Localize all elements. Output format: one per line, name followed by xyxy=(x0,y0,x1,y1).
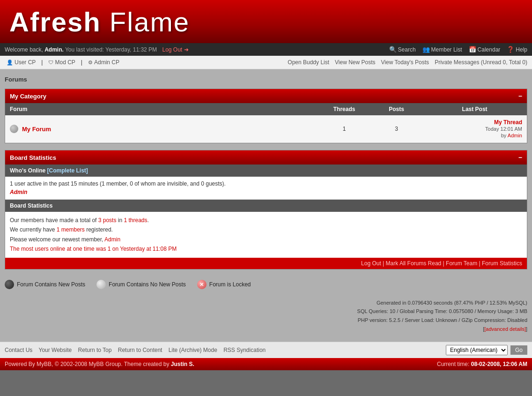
legend-no-new-posts: Forum Contains No New Posts xyxy=(96,280,186,289)
posts-cell: 3 xyxy=(370,115,422,143)
powered-by: Powered By MyBB, © 2002-2008 MyBB Group.… xyxy=(5,361,194,367)
search-link[interactable]: Search xyxy=(389,46,416,53)
current-time-label: Current time: xyxy=(437,361,469,367)
stats-section-title: Board Statistics xyxy=(10,154,56,161)
topbar: Welcome back, Admin. You last visited: Y… xyxy=(0,43,532,56)
new-posts-label: Forum Contains New Posts xyxy=(17,281,85,288)
footer-links: Contact Us Your Website Return to Top Re… xyxy=(5,347,270,353)
logout-arrow: ➜ xyxy=(184,46,189,53)
category-header: My Category − xyxy=(5,89,527,103)
board-statistics-section: Board Statistics − Who's Online [Complet… xyxy=(5,150,527,269)
admincp-icon xyxy=(88,59,93,66)
generation-info: Generated in 0.0796430 seconds (87.47% P… xyxy=(5,297,527,337)
current-time-value: 08-02-2008, 12:06 AM xyxy=(471,361,527,367)
usercp-link[interactable]: User CP xyxy=(5,58,37,67)
newest-member-link[interactable]: Admin xyxy=(104,236,120,243)
whos-online-header: Who's Online [Complete List] xyxy=(5,164,527,177)
stats-logout-link[interactable]: Log Out xyxy=(361,260,381,267)
logout-link[interactable]: Log Out xyxy=(162,46,182,53)
forum-statistics-link[interactable]: Forum Statistics xyxy=(482,260,522,267)
online-user: Admin xyxy=(10,189,522,195)
calendar-label: Calendar xyxy=(478,46,501,53)
go-button[interactable]: Go xyxy=(510,345,527,355)
bottom-bar: Powered By MyBB, © 2002-2008 MyBB Group.… xyxy=(0,358,532,370)
forum-name-link[interactable]: My Forum xyxy=(22,126,51,133)
theme-author-link[interactable]: Justin S. xyxy=(171,361,194,367)
your-website-link[interactable]: Your Website xyxy=(38,347,72,353)
welcome-message: Welcome back, Admin. You last visited: Y… xyxy=(5,46,189,53)
no-new-posts-icon xyxy=(96,280,106,289)
members-icon xyxy=(422,46,430,53)
mark-all-read-link[interactable]: Mark All Forums Read xyxy=(386,260,442,267)
powered-text: Powered By MyBB, © 2002-2008 MyBB Group.… xyxy=(5,361,171,367)
help-link[interactable]: Help xyxy=(507,46,527,53)
forum-table-header: Forum Threads Posts Last Post xyxy=(5,103,527,115)
last-post-link[interactable]: My Thread xyxy=(494,119,522,126)
members-count-link[interactable]: 1 members xyxy=(57,226,85,233)
view-todays-posts-link[interactable]: View Today's Posts xyxy=(381,59,429,66)
forum-team-link[interactable]: Forum Team xyxy=(446,260,477,267)
help-icon xyxy=(507,46,514,53)
language-dropdown[interactable]: English (American) xyxy=(446,345,508,355)
lastpost-cell: My Thread Today 12:01 AM by Admin xyxy=(422,115,527,143)
lite-mode-link[interactable]: Lite (Archive) Mode xyxy=(169,347,217,353)
stats-line-2: We currently have 1 members registered. xyxy=(10,225,522,234)
site-header: Afresh Flame xyxy=(0,0,532,43)
view-new-posts-link[interactable]: View New Posts xyxy=(335,59,375,66)
locked-label: Forum is Locked xyxy=(209,281,251,288)
forum-category-section: My Category − Forum Threads Posts Last P… xyxy=(5,89,527,143)
col-posts: Posts xyxy=(370,103,422,115)
posts-count-link[interactable]: 3 posts xyxy=(98,217,117,224)
forum-table: Forum Threads Posts Last Post My Forum 1 xyxy=(5,103,527,143)
locked-icon xyxy=(197,280,207,289)
main-content: Forums My Category − Forum Threads Posts… xyxy=(0,69,532,342)
stats-line-4: The most users online at one time was 1 … xyxy=(10,244,522,254)
gen-line4: [[advanced details]] xyxy=(5,325,527,334)
last-post-time: Today 12:01 AM xyxy=(485,126,522,132)
title-part1: Afresh xyxy=(9,7,101,37)
whos-online-title: Who's Online xyxy=(10,167,45,174)
online-text: 1 user active in the past 15 minutes (1 … xyxy=(10,180,226,187)
search-label: Search xyxy=(398,46,416,53)
threads-count-link[interactable]: 1 threads xyxy=(124,217,147,224)
admincp-link[interactable]: Admin CP xyxy=(86,58,121,67)
table-row: My Forum 1 3 My Thread Today 12:01 AM by… xyxy=(5,115,527,143)
return-to-top-link[interactable]: Return to Top xyxy=(78,347,112,353)
title-part2: Flame xyxy=(110,7,190,37)
new-posts-icon xyxy=(5,280,14,289)
legend-new-posts: Forum Contains New Posts xyxy=(5,280,85,289)
board-stats-content: Our members have made a total of 3 posts… xyxy=(5,212,527,258)
gen-line3: PHP version: 5.2.5 / Server Load: Unknow… xyxy=(5,316,527,325)
last-visited: You last visited: Yesterday, 11:32 PM xyxy=(65,46,159,53)
advanced-details-link[interactable]: [advanced details] xyxy=(484,326,526,332)
breadcrumb: Forums xyxy=(5,74,527,85)
stats-line-1: Our members have made a total of 3 posts… xyxy=(10,216,522,225)
site-title: Afresh Flame xyxy=(9,6,190,37)
last-post-author-link[interactable]: Admin xyxy=(508,133,522,138)
category-title: My Category xyxy=(10,93,46,100)
stats-footer: Log Out | Mark All Forums Read | Forum T… xyxy=(5,258,527,269)
complete-list-link[interactable]: [Complete List] xyxy=(47,167,88,174)
stats-collapse-button[interactable]: − xyxy=(518,154,522,161)
open-buddy-link[interactable]: Open Buddy List xyxy=(288,59,329,66)
calendar-link[interactable]: Calendar xyxy=(469,46,501,53)
memberlist-link[interactable]: Member List xyxy=(422,46,462,53)
navbar-right: Open Buddy List View New Posts View Toda… xyxy=(288,59,527,66)
stats-section-header: Board Statistics − xyxy=(5,150,527,164)
memberlist-label: Member List xyxy=(431,46,462,53)
private-messages-link[interactable]: Private Messages (Unread 0, Total 0) xyxy=(435,59,527,66)
modcp-link[interactable]: Mod CP xyxy=(46,58,77,67)
welcome-text: Welcome back, xyxy=(5,46,43,53)
collapse-button[interactable]: − xyxy=(518,92,522,100)
navbar: User CP | Mod CP | Admin CP Open Buddy L… xyxy=(0,56,532,69)
forum-status-icon xyxy=(10,125,18,133)
last-post-by: by Admin xyxy=(501,133,522,138)
calendar-icon xyxy=(469,46,476,53)
rss-link[interactable]: RSS Syndication xyxy=(223,347,266,353)
modcp-label: Mod CP xyxy=(55,59,75,66)
return-content-link[interactable]: Return to Content xyxy=(118,347,163,353)
threads-cell: 1 xyxy=(318,115,370,143)
modcp-icon xyxy=(48,59,53,66)
admincp-label: Admin CP xyxy=(94,59,119,66)
contact-us-link[interactable]: Contact Us xyxy=(5,347,32,353)
